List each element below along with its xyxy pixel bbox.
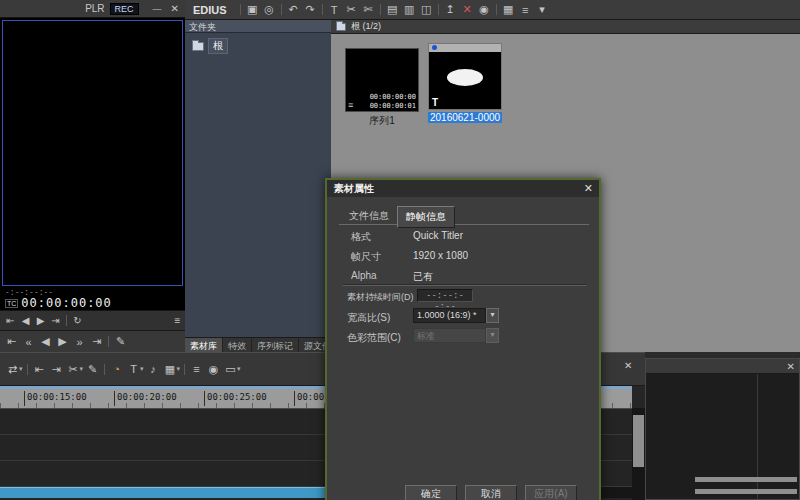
close-icon[interactable]: ✕ xyxy=(171,3,179,14)
bin-folder-pane: 文件夹 根 xyxy=(185,20,331,337)
clip-selection-strip xyxy=(428,43,502,52)
timeline-vscrollbar[interactable] xyxy=(632,408,645,500)
razor-icon[interactable]: ✄ xyxy=(360,2,377,17)
cut-icon[interactable]: ✂ xyxy=(343,2,360,17)
jump-end-button[interactable]: ⇥ xyxy=(48,313,63,328)
ok-button[interactable]: 确定 xyxy=(405,485,457,500)
add-to-timeline-icon[interactable]: ↥ xyxy=(442,2,459,17)
chevron-down-icon: ▾ xyxy=(486,328,499,343)
paste-icon[interactable]: ▥ xyxy=(401,2,418,17)
rewind-button[interactable]: « xyxy=(20,334,37,349)
clip-label-selected: 20160621-0000 xyxy=(428,112,502,123)
chevron-down-icon[interactable]: ▾ xyxy=(486,308,499,323)
bin-tree-item-label: 根 xyxy=(208,38,228,54)
bin-tree-item-root[interactable]: 根 xyxy=(192,38,331,54)
close-icon[interactable]: ✕ xyxy=(584,182,593,195)
mixer-icon[interactable]: ≡ xyxy=(188,362,205,377)
pencil-icon[interactable]: ✎ xyxy=(84,362,101,377)
goto-out-button[interactable]: ⇥ xyxy=(88,334,105,349)
vscroll-thumb[interactable] xyxy=(633,415,644,467)
step-back-button[interactable]: ◀ xyxy=(37,334,54,349)
aspect-ratio-value: 1.0000 (16:9) * xyxy=(413,308,486,323)
project-icon[interactable]: ▣ xyxy=(244,2,261,17)
frame-forward-button[interactable]: ▶ xyxy=(33,313,48,328)
tab-file-info[interactable]: 文件信息 xyxy=(341,206,397,228)
hscroll-thumb[interactable] xyxy=(0,487,333,498)
apply-button[interactable]: 应用(A) xyxy=(525,485,577,500)
separator xyxy=(380,4,381,15)
panel-hscrollbar[interactable] xyxy=(695,477,797,482)
voiceover-icon[interactable]: ♪ xyxy=(145,362,162,377)
duplicate-icon[interactable]: ◫ xyxy=(418,2,435,17)
clip-title[interactable]: T 20160621-0000 xyxy=(428,43,502,123)
clip-sequence[interactable]: ≡ 00:00:00:00 00:00:00:01 序列1 xyxy=(345,48,419,128)
delete-icon[interactable]: ✕ xyxy=(459,2,476,17)
titler-icon[interactable]: T xyxy=(326,2,343,17)
tc-label: TC xyxy=(5,299,18,308)
clip-timecode-in: 00:00:00:00 xyxy=(370,93,416,101)
separator xyxy=(322,4,323,15)
color-range-select[interactable]: 标准 ▾ xyxy=(413,328,499,343)
jump-start-button[interactable]: ⇤ xyxy=(3,313,18,328)
clip-label: 序列1 xyxy=(345,114,419,128)
aspect-ratio-select[interactable]: 1.0000 (16:9) * ▾ xyxy=(413,308,499,323)
player-mode-plr[interactable]: PLR xyxy=(85,3,104,14)
undo-icon[interactable]: ↶ xyxy=(285,2,302,17)
chevron-down-icon[interactable]: ▾ xyxy=(19,365,23,373)
clip-thumbnail: ≡ 00:00:00:00 00:00:00:01 xyxy=(345,48,419,112)
clip-properties-dialog: 素材属性 ✕ 文件信息 静帧信息 格式 Quick Titler 帧尺寸 192… xyxy=(325,178,601,500)
redo-icon[interactable]: ↷ xyxy=(302,2,319,17)
player-mode-rec[interactable]: REC xyxy=(110,3,139,15)
player-menu-button[interactable]: ≡ xyxy=(170,313,185,328)
marker-icon[interactable]: ◉ xyxy=(205,362,222,377)
duration-input[interactable]: --:--:--:-- xyxy=(417,289,473,302)
edit-button[interactable]: ✎ xyxy=(112,334,129,349)
chevron-down-icon[interactable]: ▾ xyxy=(80,365,84,373)
minimize-icon[interactable]: — xyxy=(153,4,162,14)
separator xyxy=(108,336,109,347)
tab-bin[interactable]: 素材库 xyxy=(185,338,223,352)
chevron-down-icon[interactable]: ▾ xyxy=(237,365,241,373)
close-icon[interactable]: ✕ xyxy=(624,360,632,371)
panel-hscrollbar[interactable] xyxy=(695,489,797,494)
fast-forward-button[interactable]: » xyxy=(71,334,88,349)
loop-button[interactable]: ↻ xyxy=(70,313,85,328)
tab-sequence-marker[interactable]: 序列标记 xyxy=(252,338,299,352)
set-out-icon[interactable]: ⇥ xyxy=(48,362,65,377)
grid-view-icon[interactable]: ▦ xyxy=(500,2,517,17)
match-frame-icon[interactable]: ◉ xyxy=(476,2,493,17)
separator xyxy=(343,284,587,286)
app-logo: EDIUS xyxy=(193,4,227,16)
aspect-ratio-label: 宽高比(S) xyxy=(347,311,390,325)
separator xyxy=(496,4,497,15)
list-view-icon[interactable]: ≡ xyxy=(517,2,534,17)
separator xyxy=(27,364,28,375)
set-in-icon[interactable]: ⇤ xyxy=(31,362,48,377)
title-ellipse-graphic xyxy=(447,69,483,86)
goto-in-button[interactable]: ⇤ xyxy=(3,334,20,349)
chevron-down-icon[interactable]: ▾ xyxy=(140,365,144,373)
view-menu-icon[interactable]: ▾ xyxy=(534,2,551,17)
step-forward-button[interactable]: ▶ xyxy=(54,334,71,349)
clip-timecode-out: 00:00:00:01 xyxy=(370,102,416,110)
player-titlebar: PLR REC — ✕ xyxy=(0,0,185,18)
separator xyxy=(438,4,439,15)
frame-back-button[interactable]: ◀ xyxy=(18,313,33,328)
search-icon[interactable]: ◎ xyxy=(261,2,278,17)
speed-icon[interactable]: ◔ xyxy=(108,362,125,377)
main-toolbar: EDIUS ▣ ◎ ↶ ↷ T ✂ ✄ ▤ ▥ ◫ ↥ ✕ ◉ ▦ ≡ ▾ xyxy=(185,0,800,20)
video-preview xyxy=(2,20,183,286)
tab-still-info[interactable]: 静帧信息 xyxy=(397,206,455,228)
close-icon[interactable]: ✕ xyxy=(787,361,795,372)
right-panel: ✕ xyxy=(645,358,800,500)
title-t-icon: T xyxy=(432,97,438,108)
dialog-tabs: 文件信息 静帧信息 xyxy=(341,206,455,228)
cancel-button[interactable]: 取消 xyxy=(465,485,517,500)
separator xyxy=(184,364,185,375)
sequence-icon: ≡ xyxy=(348,100,353,110)
format-label: 格式 xyxy=(351,230,371,244)
tab-effects[interactable]: 特效 xyxy=(223,338,252,352)
clip-pane-path: 根 (1/2) xyxy=(351,20,381,33)
chevron-down-icon[interactable]: ▾ xyxy=(177,365,181,373)
copy-icon[interactable]: ▤ xyxy=(384,2,401,17)
